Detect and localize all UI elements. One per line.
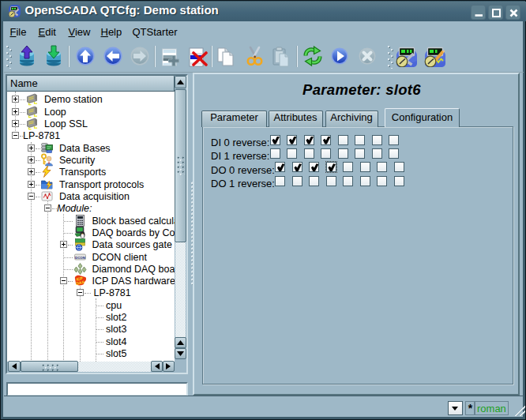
svg-text:DAS: DAS (75, 279, 85, 286)
svg-text:DCON: DCON (75, 255, 85, 259)
